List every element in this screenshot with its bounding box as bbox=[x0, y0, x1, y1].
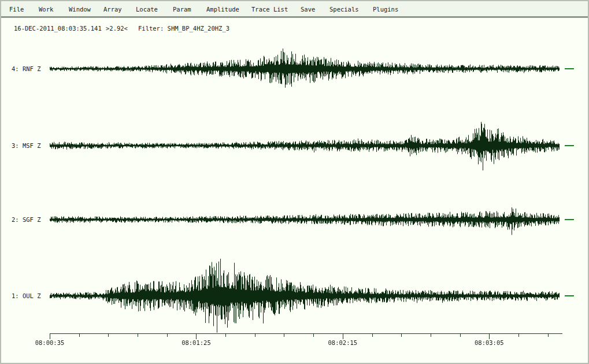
axis-minor-tick bbox=[548, 333, 549, 337]
seismogram-trace-oul[interactable] bbox=[50, 250, 560, 342]
axis-minor-tick bbox=[79, 333, 80, 337]
trace-label-msf: 3: MSF Z bbox=[12, 142, 49, 150]
axis-minor-tick bbox=[225, 333, 226, 337]
menu-item-amplitude[interactable]: Amplitude bbox=[206, 1, 239, 18]
axis-minor-tick bbox=[401, 333, 402, 337]
menu-item-work[interactable]: Work bbox=[39, 1, 53, 18]
trace-label-sgf: 2: SGF Z bbox=[12, 216, 49, 224]
axis-minor-tick bbox=[431, 333, 431, 337]
axis-minor-tick bbox=[313, 333, 314, 337]
axis-minor-tick bbox=[108, 333, 109, 337]
menu-item-trace-list[interactable]: Trace List bbox=[251, 1, 288, 18]
menubar: File Work Window Array Locate Param Ampl… bbox=[1, 1, 588, 18]
baseline-marker-msf bbox=[565, 145, 574, 146]
menu-item-plugins[interactable]: Plugins bbox=[373, 1, 398, 18]
menu-item-window[interactable]: Window bbox=[69, 1, 91, 18]
menu-item-locate[interactable]: Locate bbox=[136, 1, 158, 18]
axis-minor-tick bbox=[284, 333, 284, 337]
time-axis-line bbox=[50, 333, 562, 334]
baseline-marker-oul bbox=[565, 295, 574, 296]
axis-major-tick bbox=[50, 333, 50, 339]
axis-major-tick bbox=[343, 333, 343, 339]
axis-major-tick bbox=[489, 333, 490, 339]
axis-minor-tick bbox=[255, 333, 255, 337]
time-label-1: 08:01:25 bbox=[176, 339, 216, 347]
time-label-2: 08:02:15 bbox=[323, 339, 363, 347]
axis-minor-tick bbox=[138, 333, 138, 337]
axis-minor-tick bbox=[167, 333, 168, 337]
trace-label-oul: 1: OUL Z bbox=[12, 292, 49, 300]
time-label-0: 08:00:35 bbox=[29, 339, 70, 347]
menu-item-save[interactable]: Save bbox=[301, 1, 315, 18]
menu-item-param[interactable]: Param bbox=[173, 1, 191, 18]
menu-item-file[interactable]: File bbox=[9, 1, 24, 18]
menu-item-array[interactable]: Array bbox=[103, 1, 122, 18]
axis-minor-tick bbox=[460, 333, 461, 337]
axis-minor-tick bbox=[372, 333, 373, 337]
menu-item-specials[interactable]: Specials bbox=[329, 1, 359, 18]
trace-label-rnf: 4: RNF Z bbox=[12, 65, 49, 73]
baseline-marker-sgf bbox=[565, 219, 574, 220]
baseline-marker-rnf bbox=[565, 68, 574, 69]
axis-major-tick bbox=[196, 333, 197, 339]
shm-main-window: File Work Window Array Locate Param Ampl… bbox=[0, 0, 589, 364]
axis-minor-tick bbox=[518, 333, 519, 337]
time-label-3: 08:03:05 bbox=[469, 339, 509, 347]
